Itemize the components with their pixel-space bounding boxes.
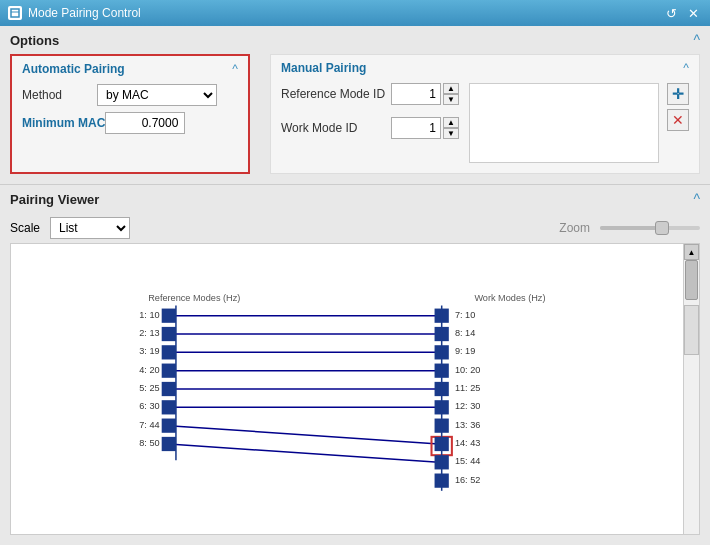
ref-node-0 xyxy=(162,309,176,323)
close-button[interactable]: ✕ xyxy=(684,4,702,22)
svg-text:5: 25: 5: 25 xyxy=(139,383,159,393)
ref-node-5 xyxy=(162,400,176,414)
svg-text:16: 52: 16: 52 xyxy=(455,475,480,485)
svg-text:8: 50: 8: 50 xyxy=(139,438,159,448)
work-mode-input[interactable] xyxy=(391,117,441,139)
method-select[interactable]: by MAC by Name by Index xyxy=(97,84,217,106)
options-section: Options ^ Automatic Pairing ^ Method by … xyxy=(0,26,710,185)
ref-node-6 xyxy=(162,419,176,433)
viewer-collapse-btn[interactable]: ^ xyxy=(693,191,700,207)
svg-line-9 xyxy=(169,444,439,462)
scroll-track xyxy=(684,260,699,534)
auto-pairing-collapse[interactable]: ^ xyxy=(232,62,238,76)
scale-label: Scale xyxy=(10,221,40,235)
svg-text:7: 44: 7: 44 xyxy=(139,420,159,430)
svg-text:7: 10: 7: 10 xyxy=(455,310,475,320)
svg-text:15: 44: 15: 44 xyxy=(455,456,480,466)
svg-rect-0 xyxy=(11,9,19,17)
svg-text:3: 19: 3: 19 xyxy=(139,346,159,356)
ref-node-2 xyxy=(162,345,176,359)
options-collapse-btn[interactable]: ^ xyxy=(693,32,700,48)
manual-content: Reference Mode ID ▲ ▼ Work Mode ID xyxy=(281,83,689,163)
window-icon xyxy=(8,6,22,20)
svg-text:11: 25: 11: 25 xyxy=(455,383,480,393)
ref-node-4 xyxy=(162,382,176,396)
work-mode-up-btn[interactable]: ▲ xyxy=(443,117,459,128)
min-mac-label: Minimum MAC xyxy=(22,116,105,130)
svg-text:13: 36: 13: 36 xyxy=(455,420,480,430)
min-mac-input[interactable] xyxy=(105,112,185,134)
ref-header: Reference Modes (Hz) xyxy=(148,293,240,303)
svg-text:2: 13: 2: 13 xyxy=(139,328,159,338)
window-title: Mode Pairing Control xyxy=(28,6,141,20)
min-mac-row: Minimum MAC xyxy=(22,112,238,134)
ref-mode-label: Reference Mode ID xyxy=(281,87,391,101)
main-content: Options ^ Automatic Pairing ^ Method by … xyxy=(0,26,710,545)
auto-pairing-header: Automatic Pairing ^ xyxy=(22,62,238,76)
add-pair-button[interactable]: ✛ xyxy=(667,83,689,105)
work-mode-spinner-btns: ▲ ▼ xyxy=(443,117,459,139)
svg-text:10: 20: 10: 20 xyxy=(455,365,480,375)
manual-pairing-collapse[interactable]: ^ xyxy=(683,61,689,75)
scale-select[interactable]: List Logarithmic Linear xyxy=(50,217,130,239)
manual-side-buttons: ✛ ✕ xyxy=(667,83,689,131)
ref-mode-spinner-btns: ▲ ▼ xyxy=(443,83,459,105)
svg-text:14: 43: 14: 43 xyxy=(455,438,480,448)
chart-inner: Reference Modes (Hz) Work Modes (Hz) xyxy=(11,244,683,534)
work-mode-row: Work Mode ID ▲ ▼ xyxy=(281,117,459,139)
ref-mode-spinner: ▲ ▼ xyxy=(391,83,459,105)
title-bar: Mode Pairing Control ↺ ✕ xyxy=(0,0,710,26)
work-header: Work Modes (Hz) xyxy=(474,293,545,303)
auto-pairing-title: Automatic Pairing xyxy=(22,62,125,76)
work-mode-label: Work Mode ID xyxy=(281,121,391,135)
viewer-header: Pairing Viewer ^ xyxy=(0,185,710,213)
zoom-slider[interactable] xyxy=(600,226,700,230)
chart-scrollbar[interactable]: ▲ xyxy=(683,244,699,534)
options-header: Options ^ xyxy=(0,26,710,54)
options-title: Options xyxy=(10,33,59,48)
svg-text:1: 10: 1: 10 xyxy=(139,310,159,320)
svg-text:8: 14: 8: 14 xyxy=(455,328,475,338)
ref-mode-up-btn[interactable]: ▲ xyxy=(443,83,459,94)
viewer-title: Pairing Viewer xyxy=(10,192,99,207)
manual-fields: Reference Mode ID ▲ ▼ Work Mode ID xyxy=(281,83,459,163)
ref-node-3 xyxy=(162,364,176,378)
pairing-chart: Reference Modes (Hz) Work Modes (Hz) xyxy=(11,244,683,534)
ref-mode-down-btn[interactable]: ▼ xyxy=(443,94,459,105)
scroll-up-btn[interactable]: ▲ xyxy=(684,244,699,260)
ref-node-7 xyxy=(162,437,176,451)
work-mode-spinner: ▲ ▼ xyxy=(391,117,459,139)
svg-text:6: 30: 6: 30 xyxy=(139,401,159,411)
svg-text:12: 30: 12: 30 xyxy=(455,401,480,411)
svg-text:9: 19: 9: 19 xyxy=(455,346,475,356)
options-content: Automatic Pairing ^ Method by MAC by Nam… xyxy=(0,54,710,184)
ref-node-1 xyxy=(162,327,176,341)
reset-button[interactable]: ↺ xyxy=(662,4,680,22)
manual-list-area xyxy=(469,83,659,163)
window-controls: ↺ ✕ xyxy=(662,4,702,22)
method-row: Method by MAC by Name by Index xyxy=(22,84,238,106)
viewer-controls: Scale List Logarithmic Linear Zoom xyxy=(0,213,710,243)
scroll-thumb[interactable] xyxy=(685,260,698,300)
svg-text:4: 20: 4: 20 xyxy=(139,365,159,375)
manual-pairing-header: Manual Pairing ^ xyxy=(281,61,689,75)
zoom-label: Zoom xyxy=(559,221,590,235)
ref-mode-input[interactable] xyxy=(391,83,441,105)
ref-mode-row: Reference Mode ID ▲ ▼ xyxy=(281,83,459,105)
method-label: Method xyxy=(22,88,97,102)
chart-container: Reference Modes (Hz) Work Modes (Hz) xyxy=(10,243,700,535)
manual-pairing-title: Manual Pairing xyxy=(281,61,366,75)
work-mode-down-btn[interactable]: ▼ xyxy=(443,128,459,139)
svg-line-8 xyxy=(169,426,439,444)
pairing-viewer-section: Pairing Viewer ^ Scale List Logarithmic … xyxy=(0,185,710,545)
manual-pairing-box: Manual Pairing ^ Reference Mode ID ▲ ▼ xyxy=(270,54,700,174)
auto-pairing-box: Automatic Pairing ^ Method by MAC by Nam… xyxy=(10,54,250,174)
remove-pair-button[interactable]: ✕ xyxy=(667,109,689,131)
